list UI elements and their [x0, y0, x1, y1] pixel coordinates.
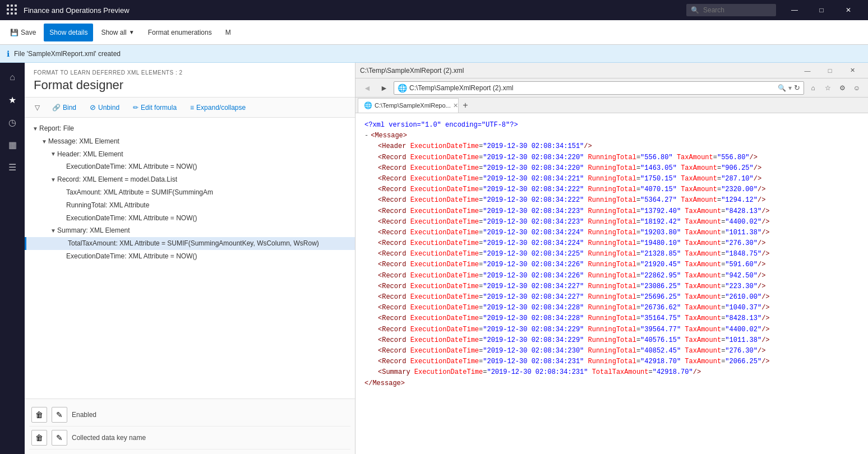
edit-formula-icon: ✏	[133, 104, 138, 112]
tree-label: TotalTaxAmount: XML Attribute = SUMIF(Su…	[68, 239, 348, 248]
tree-label: ExecutionDateTime: XML Attribute = NOW()	[66, 162, 348, 172]
tab-title: C:\Temp\SampleXmlRepo...	[375, 102, 451, 109]
prop-edit-button[interactable]: ✎	[52, 407, 67, 423]
main-toolbar: 💾 Save Show details Show all ▼ Format en…	[0, 20, 868, 45]
ie-gear-button[interactable]: ⚙	[835, 81, 849, 95]
xml-line: <Record ExecutionDateTime="2019-12-30 02…	[364, 163, 859, 174]
ie-home-button[interactable]: ⌂	[806, 81, 820, 95]
title-search-input[interactable]	[686, 4, 776, 16]
edit-formula-button[interactable]: ✏ Edit formula	[128, 101, 181, 114]
xml-line: </Message>	[364, 378, 859, 389]
title-search-wrapper: 🔍	[686, 4, 776, 16]
xml-line: <?xml version="1.0" encoding="UTF-8"?>	[364, 120, 859, 131]
tree-label: TaxAmount: XML Attribute = SUMIF(Summing…	[66, 188, 348, 197]
show-all-button[interactable]: Show all ▼	[95, 24, 140, 41]
tree-arrow-empty	[58, 252, 66, 260]
collapse-icon: -	[364, 132, 368, 140]
sidebar-star-button[interactable]: ★	[2, 90, 22, 110]
format-enumerations-button[interactable]: Format enumerations	[142, 24, 218, 41]
tree-label: Header: XML Element	[57, 150, 348, 159]
address-bar: 🌐 C:\Temp\SampleXmlReport (2).xml 🔍 ▾ ↻	[394, 81, 804, 95]
xml-line: <Record ExecutionDateTime="2019-12-30 02…	[364, 346, 859, 356]
tree-label: Record: XML Element = model.Data.List	[57, 175, 348, 184]
unbind-button[interactable]: ⊘ Unbind	[85, 101, 124, 114]
tab-ie-icon: 🌐	[364, 101, 372, 109]
tree-label: Message: XML Element	[48, 137, 348, 146]
save-button[interactable]: 💾 Save	[4, 24, 41, 41]
xml-line: <Record ExecutionDateTime="2019-12-30 02…	[364, 217, 859, 228]
new-tab-button[interactable]: +	[459, 99, 472, 112]
info-icon: ℹ	[7, 49, 10, 58]
title-bar: Finance and Operations Preview 🔍 — □ ✕	[0, 0, 868, 20]
tree-toolbar: ▽ 🔗 Bind ⊘ Unbind ✏ Edit formula ≡ Expan…	[25, 98, 355, 118]
prop-edit-button[interactable]: ✎	[52, 430, 67, 446]
ie-face-button[interactable]: ☺	[850, 81, 864, 95]
tree-view: Report: FileMessage: XML ElementHeader: …	[25, 118, 355, 399]
close-button[interactable]: ✕	[835, 0, 861, 20]
back-button[interactable]: ◄	[360, 81, 375, 95]
tree-label: RunningTotal: XML Attribute	[66, 201, 348, 210]
browser-maximize-button[interactable]: □	[819, 63, 841, 78]
xml-line: <Record ExecutionDateTime="2019-12-30 02…	[364, 184, 859, 195]
tree-item-taxamount[interactable]: TaxAmount: XML Attribute = SUMIF(Summing…	[25, 186, 355, 199]
tab-close-icon[interactable]: ✕	[453, 101, 458, 109]
xml-line: <Record ExecutionDateTime="2019-12-30 02…	[364, 303, 859, 313]
tree-arrow-empty	[58, 163, 66, 171]
prop-label: Collected data key name	[72, 434, 146, 442]
address-text: C:\Temp\SampleXmlReport (2).xml	[409, 84, 775, 92]
forward-button[interactable]: ►	[377, 81, 391, 95]
xml-line: <Header ExecutionDateTime="2019-12-30 02…	[364, 141, 859, 152]
tree-item-runningtotal[interactable]: RunningTotal: XML Attribute	[25, 199, 355, 212]
more-button[interactable]: M	[220, 24, 237, 41]
browser-window-title: C:\Temp\SampleXmlReport (2).xml	[360, 67, 796, 75]
xml-line: <Record ExecutionDateTime="2019-12-30 02…	[364, 238, 859, 249]
tree-item-record[interactable]: Record: XML Element = model.Data.List	[25, 173, 355, 186]
app-grid-icon[interactable]	[7, 4, 18, 16]
xml-line: <Record ExecutionDateTime="2019-12-30 02…	[364, 325, 859, 335]
xml-line: <Record ExecutionDateTime="2019-12-30 02…	[364, 206, 859, 217]
tree-arrow-down-icon	[49, 227, 57, 235]
prop-delete-button[interactable]: 🗑	[31, 430, 47, 446]
bind-button[interactable]: 🔗 Bind	[48, 101, 81, 114]
browser-panel: C:\Temp\SampleXmlReport (2).xml — □ ✕ ◄ …	[355, 63, 868, 454]
sidebar-clock-button[interactable]: ◷	[2, 112, 22, 132]
tree-item-header[interactable]: Header: XML Element	[25, 148, 355, 161]
tree-item-summary[interactable]: Summary: XML Element	[25, 224, 355, 237]
tree-arrow-down-icon	[49, 150, 57, 158]
sidebar-home-button[interactable]: ⌂	[2, 67, 22, 87]
tree-item-execdt2[interactable]: ExecutionDateTime: XML Attribute = NOW()	[25, 212, 355, 225]
tree-item-totaltax[interactable]: TotalTaxAmount: XML Attribute = SUMIF(Su…	[25, 237, 355, 250]
xml-line: <Record ExecutionDateTime="2019-12-30 02…	[364, 356, 859, 367]
address-lock-icon: ▾	[788, 84, 792, 92]
tree-item-message[interactable]: Message: XML Element	[25, 135, 355, 148]
browser-title-bar: C:\Temp\SampleXmlReport (2).xml — □ ✕	[355, 63, 868, 78]
expand-collapse-button[interactable]: ≡ Expand/collapse	[186, 101, 250, 114]
minimize-button[interactable]: —	[782, 0, 807, 20]
ie-star-button[interactable]: ☆	[821, 81, 834, 95]
tree-arrow-empty	[58, 201, 66, 209]
filter-button[interactable]: ▽	[31, 101, 43, 114]
panel-header: FORMAT TO LEARN DEFERRED XML ELEMENTS : …	[25, 63, 355, 98]
tree-label: ExecutionDateTime: XML Attribute = NOW()	[66, 214, 348, 223]
maximize-button[interactable]: □	[809, 0, 834, 20]
sidebar-calendar-button[interactable]: ▦	[2, 135, 22, 155]
sidebar-list-button[interactable]: ☰	[2, 157, 22, 177]
properties-panel: 🗑✎Enabled🗑✎Collected data key name	[25, 399, 355, 454]
tree-item-execdt3[interactable]: ExecutionDateTime: XML Attribute = NOW()	[25, 250, 355, 263]
notification-bar: ℹ File 'SampleXmlReport.xml' created	[0, 45, 868, 63]
xml-line: <Record ExecutionDateTime="2019-12-30 02…	[364, 152, 859, 163]
sidebar-icons: ⌂ ★ ◷ ▦ ☰	[0, 63, 25, 454]
prop-delete-button[interactable]: 🗑	[31, 407, 47, 423]
tree-arrow-empty	[60, 240, 68, 248]
browser-close-button[interactable]: ✕	[841, 63, 864, 78]
tree-item-report[interactable]: Report: File	[25, 122, 355, 135]
xml-line: <Record ExecutionDateTime="2019-12-30 02…	[364, 249, 859, 260]
tree-item-execdt[interactable]: ExecutionDateTime: XML Attribute = NOW()	[25, 160, 355, 173]
filter-icon: ▽	[35, 104, 40, 112]
show-details-button[interactable]: Show details	[44, 24, 93, 41]
main-layout: ⌂ ★ ◷ ▦ ☰ FORMAT TO LEARN DEFERRED XML E…	[0, 63, 868, 454]
browser-tab[interactable]: 🌐 C:\Temp\SampleXmlRepo... ✕	[358, 98, 459, 113]
address-refresh-icon[interactable]: ↻	[794, 84, 800, 92]
xml-line: <Record ExecutionDateTime="2019-12-30 02…	[364, 281, 859, 292]
browser-minimize-button[interactable]: —	[796, 63, 819, 78]
